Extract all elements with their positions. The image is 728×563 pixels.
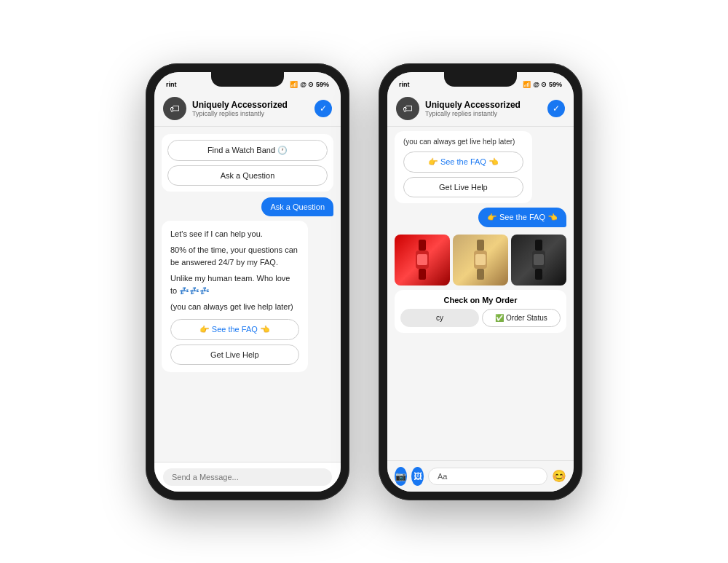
avatar-2: 🏷: [396, 97, 419, 120]
svg-rect-0: [419, 240, 426, 251]
check-order-label: Check on My Order: [400, 296, 561, 304]
svg-rect-3: [419, 269, 426, 280]
page-container: rint 📶 @ ⊙ 59% 🏷 Uniquely Accessorized T…: [124, 42, 604, 522]
chat-header-1: 🏷 Uniquely Accessorized Typically replie…: [154, 92, 341, 127]
status-right-2: 📶 @ ⊙ 59%: [523, 81, 562, 88]
small-bot-bubble: (you can always get live help later) 👉 S…: [395, 131, 532, 203]
reply-status-1: Typically replies instantly: [192, 110, 309, 117]
phone-1: rint 📶 @ ⊙ 59% 🏷 Uniquely Accessorized T…: [146, 63, 349, 500]
phone-2-screen: rint 📶 @ ⊙ 59% 🏷 Uniquely Accessorized T…: [387, 72, 574, 492]
emoji-icon[interactable]: 😊: [552, 468, 566, 484]
bot-line1: Let's see if I can help you.: [170, 228, 299, 240]
chat-area-1: Find a Watch Band 🕐 Ask a Question Ask a…: [154, 127, 341, 462]
header-text-1: Uniquely Accessorized Typically replies …: [192, 100, 309, 117]
svg-rect-6: [475, 254, 486, 265]
svg-rect-8: [535, 240, 542, 251]
get-live-help-btn-1[interactable]: Get Live Help: [170, 345, 299, 365]
watch-band-red: [395, 235, 450, 286]
quick-replies-1: Find a Watch Band 🕐 Ask a Question: [162, 134, 333, 192]
header-text-2: Uniquely Accessorized Typically replies …: [425, 100, 542, 117]
notch-2: [444, 72, 517, 87]
see-faq-btn-1[interactable]: 👉 See the FAQ 👈: [170, 319, 299, 340]
status-left-1: rint: [166, 81, 177, 88]
action-buttons-2: 👉 See the FAQ 👈 Get Live Help: [403, 151, 523, 197]
user-message-1: Ask a Question: [261, 197, 333, 216]
order-section: Check on My Order cy ✅ Order Status: [395, 290, 566, 333]
verified-check-1: ✓: [314, 100, 332, 117]
input-bar-1: [154, 462, 341, 492]
order-buttons-row: cy ✅ Order Status: [400, 309, 561, 327]
cy-btn[interactable]: cy: [400, 309, 479, 327]
chat-area-2: (you can always get live help later) 👉 S…: [387, 127, 574, 460]
business-name-2: Uniquely Accessorized: [425, 100, 542, 110]
order-status-btn[interactable]: ✅ Order Status: [482, 309, 561, 327]
get-live-help-btn-2[interactable]: Get Live Help: [403, 177, 523, 197]
svg-rect-4: [477, 240, 484, 251]
chat-header-2: 🏷 Uniquely Accessorized Typically replie…: [387, 92, 574, 127]
phone-1-screen: rint 📶 @ ⊙ 59% 🏷 Uniquely Accessorized T…: [154, 72, 341, 492]
status-right-1: 📶 @ ⊙ 59%: [290, 81, 329, 88]
verified-check-2: ✓: [547, 100, 565, 117]
status-left-2: rint: [399, 81, 410, 88]
message-input-2[interactable]: [428, 468, 547, 485]
user-message-2: 👉 See the FAQ 👈: [478, 208, 566, 227]
image-icon[interactable]: 🖼: [411, 467, 424, 486]
bot-line2: 80% of the time, your questions can be a…: [170, 244, 299, 268]
message-input-1[interactable]: [163, 468, 332, 486]
phone-2: rint 📶 @ ⊙ 59% 🏷 Uniquely Accessorized T…: [379, 63, 582, 500]
svg-rect-11: [535, 269, 542, 280]
watch-band-dark: [511, 235, 566, 286]
status-bar-2: rint 📶 @ ⊙ 59%: [387, 72, 574, 92]
avatar-1: 🏷: [163, 97, 186, 120]
find-watch-band-btn[interactable]: Find a Watch Band 🕐: [167, 140, 328, 161]
status-bar-1: rint 📶 @ ⊙ 59%: [154, 72, 341, 92]
see-faq-btn-2[interactable]: 👉 See the FAQ 👈: [403, 151, 523, 173]
business-name-1: Uniquely Accessorized: [192, 100, 309, 110]
notch-1: [211, 72, 284, 87]
svg-rect-2: [417, 254, 427, 265]
ask-question-btn-quick[interactable]: Ask a Question: [167, 165, 328, 186]
bot-line3: Unlike my human team. Who love to 💤💤💤: [170, 272, 299, 296]
small-bot-text: (you can always get live help later): [403, 137, 523, 147]
watch-images: [395, 235, 566, 286]
bot-message-1: Let's see if I can help you. 80% of the …: [162, 221, 308, 372]
svg-rect-7: [477, 269, 484, 280]
reply-status-2: Typically replies instantly: [425, 110, 542, 117]
watch-band-gold: [453, 235, 508, 286]
svg-rect-10: [534, 254, 544, 265]
bot-line4: (you can always get live help later): [170, 301, 299, 313]
action-buttons-1: 👉 See the FAQ 👈 Get Live Help: [170, 319, 299, 365]
input-bar-2: 📷 🖼 😊: [387, 460, 574, 492]
camera-icon[interactable]: 📷: [395, 467, 407, 486]
